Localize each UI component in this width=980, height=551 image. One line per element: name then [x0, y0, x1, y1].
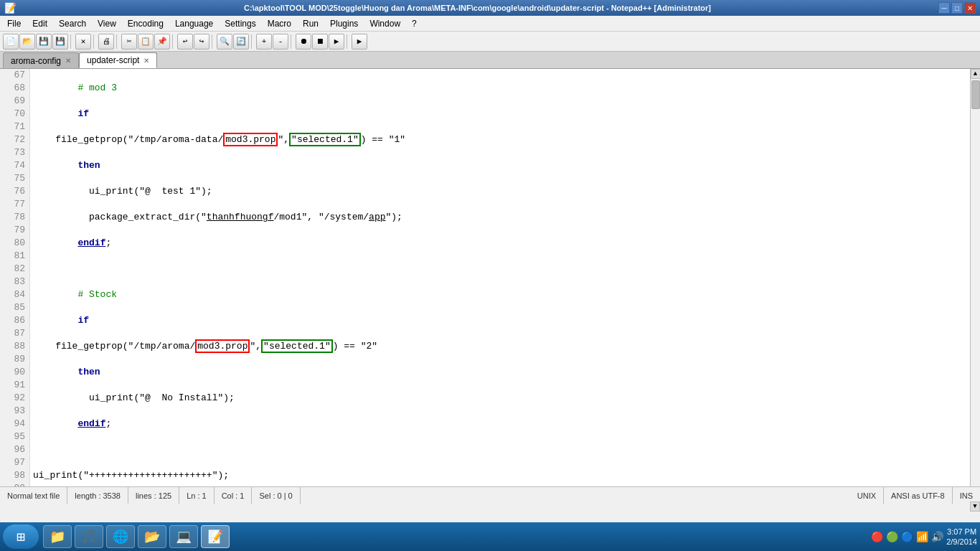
tray-icon-2: 🟢 — [886, 531, 898, 543]
tab-aroma-config[interactable]: aroma-config ✕ — [3, 52, 79, 68]
tab-bar: aroma-config ✕ updater-script ✕ — [0, 52, 980, 69]
menu-edit[interactable]: Edit — [27, 16, 53, 31]
app-icon: 📝 — [4, 2, 17, 14]
clock[interactable]: 3:07 PM 2/9/2014 — [946, 527, 977, 547]
code-line-74 — [33, 263, 967, 276]
new-button[interactable]: 📄 — [3, 34, 19, 50]
save-all-button[interactable]: 💾 — [52, 34, 68, 50]
chrome-icon: 🌐 — [113, 529, 128, 545]
date-display: 2/9/2014 — [946, 537, 977, 547]
status-length: length : 3538 — [67, 487, 128, 504]
file-manager-icon: 📂 — [144, 529, 160, 545]
toolbar-separator-6 — [251, 34, 254, 49]
menu-help[interactable]: ? — [406, 16, 423, 31]
terminal-icon: 💻 — [176, 529, 192, 545]
toolbar-separator-1 — [70, 34, 73, 49]
undo-button[interactable]: ↩ — [177, 34, 193, 50]
save-button[interactable]: 💾 — [36, 34, 52, 50]
toolbar-separator-3 — [116, 34, 119, 49]
status-encoding: ANSI as UTF-8 — [884, 487, 953, 504]
status-line-ending: UNIX — [850, 487, 884, 504]
close-button[interactable]: ✕ — [964, 2, 976, 14]
tray-icon-1: 🔴 — [871, 531, 883, 543]
menu-run[interactable]: Run — [297, 16, 324, 31]
vertical-scrollbar[interactable]: ▲ ▼ — [970, 69, 980, 486]
close-button[interactable]: ✕ — [75, 34, 91, 50]
code-line-80: endif; — [33, 418, 967, 430]
notepad-icon: 📝 — [207, 529, 223, 545]
code-line-78: then — [33, 366, 967, 379]
code-line-77: file_getprop("/tmp/aroma/mod3.prop","sel… — [33, 340, 967, 353]
title-bar: 📝 C:\apktool\TOOL MOD\25toggle\Huong dan… — [0, 0, 980, 16]
scroll-up-button[interactable]: ▲ — [971, 69, 981, 79]
open-button[interactable]: 📂 — [19, 34, 35, 50]
status-file-type: Normal text file — [0, 487, 67, 504]
taskbar-terminal[interactable]: 💻 — [169, 525, 198, 548]
status-ln: Ln : 1 — [179, 487, 215, 504]
taskbar-media[interactable]: 🎵 — [75, 525, 103, 548]
editor-container: 67 68 69 70 71 72 73 74 75 76 77 78 79 8… — [0, 69, 980, 486]
start-button[interactable]: ⊞ — [3, 524, 39, 549]
zoom-out-button[interactable]: - — [273, 34, 288, 50]
taskbar-explorer[interactable]: 📁 — [43, 525, 72, 548]
scroll-thumb[interactable] — [971, 80, 980, 109]
toolbar-separator-8 — [347, 34, 349, 49]
window-controls: ─ □ ✕ — [938, 2, 976, 14]
menu-file[interactable]: File — [1, 16, 27, 31]
zoom-in-button[interactable]: + — [256, 34, 272, 50]
system-tray: 🔴 🟢 🔵 📶 🔊 3:07 PM 2/9/2014 — [871, 527, 977, 547]
find-button[interactable]: 🔍 — [217, 34, 232, 50]
menu-view[interactable]: View — [92, 16, 122, 31]
taskbar-files[interactable]: 📂 — [138, 525, 166, 548]
menu-bar: File Edit Search View Encoding Language … — [0, 16, 980, 32]
code-line-82: ui_print("++++++++++++++++++++++"); — [33, 469, 967, 482]
code-line-68: if — [33, 108, 967, 121]
taskbar-chrome[interactable]: 🌐 — [106, 525, 135, 548]
print-button[interactable]: 🖨 — [98, 34, 114, 50]
status-bar: Normal text file length : 3538 lines : 1… — [0, 486, 980, 504]
minimize-button[interactable]: ─ — [938, 2, 950, 14]
code-line-75: # Stock — [33, 288, 967, 301]
menu-window[interactable]: Window — [364, 16, 406, 31]
tab-close-icon[interactable]: ✕ — [65, 57, 71, 65]
menu-language[interactable]: Language — [169, 16, 219, 31]
code-line-81 — [33, 443, 967, 456]
maximize-button[interactable]: □ — [951, 2, 963, 14]
taskbar-notepad[interactable]: 📝 — [201, 525, 230, 548]
tab-label: updater-script — [87, 55, 139, 65]
toolbar-separator-5 — [212, 34, 215, 49]
menu-settings[interactable]: Settings — [219, 16, 261, 31]
code-line-79: ui_print("@ No Install"); — [33, 392, 967, 405]
code-line-69: file_getprop("/tmp/aroma-data/mod3.prop"… — [33, 133, 967, 146]
toolbar-separator-4 — [172, 34, 175, 49]
copy-button[interactable]: 📋 — [138, 34, 154, 50]
status-col: Col : 1 — [215, 487, 253, 504]
explorer-icon: 📁 — [50, 529, 65, 545]
status-sel: Sel : 0 | 0 — [252, 487, 300, 504]
tab-close-icon[interactable]: ✕ — [143, 57, 149, 65]
run-button[interactable]: ▶ — [352, 34, 367, 50]
menu-macro[interactable]: Macro — [262, 16, 297, 31]
tab-updater-script[interactable]: updater-script ✕ — [79, 52, 157, 68]
redo-button[interactable]: ↪ — [194, 34, 209, 50]
volume-icon: 🔊 — [931, 531, 943, 543]
menu-encoding[interactable]: Encoding — [122, 16, 169, 31]
code-editor[interactable]: # mod 3 if file_getprop("/tmp/aroma-data… — [30, 69, 970, 486]
code-line-72: package_extract_dir("thanhfhuongf/mod1",… — [33, 211, 967, 224]
macro-play-button[interactable]: ▶ — [329, 34, 344, 50]
cut-button[interactable]: ✂ — [121, 34, 137, 50]
window-title: C:\apktool\TOOL MOD\25toggle\Huong dan A… — [17, 4, 938, 12]
code-line-76: if — [33, 314, 967, 327]
media-icon: 🎵 — [81, 529, 97, 545]
menu-plugins[interactable]: Plugins — [324, 16, 364, 31]
macro-stop-button[interactable]: ⏹ — [312, 34, 328, 50]
tab-label: aroma-config — [11, 56, 61, 66]
code-line-70: then — [33, 159, 967, 172]
menu-search[interactable]: Search — [53, 16, 92, 31]
macro-record-button[interactable]: ⏺ — [296, 34, 311, 50]
toolbar-separator-7 — [291, 34, 293, 49]
taskbar: ⊞ 📁 🎵 🌐 📂 💻 📝 🔴 🟢 🔵 📶 🔊 3:07 PM 2/9/2014 — [0, 522, 980, 551]
network-icon: 📶 — [916, 531, 928, 543]
paste-button[interactable]: 📌 — [154, 34, 170, 50]
find-replace-button[interactable]: 🔄 — [233, 34, 249, 50]
